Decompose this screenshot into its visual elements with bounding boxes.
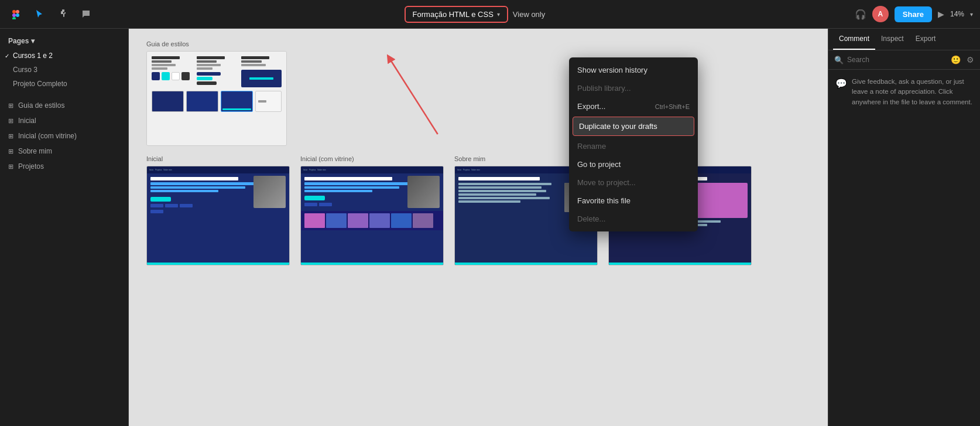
tab-inspect[interactable]: Inspect (875, 29, 910, 50)
page-preview-inicial-vitrine: InícioProjetosSobre mim (300, 166, 444, 265)
chevron-down-icon[interactable]: ▾ (970, 11, 973, 18)
grid-icon: ⊞ (8, 102, 13, 110)
comment-text: Give feedback, ask a question, or just l… (852, 77, 973, 107)
svg-point-0 (12, 10, 16, 13)
share-button[interactable]: Share (895, 6, 932, 22)
sidebar-item-label: Cursos 1 e 2 (13, 52, 53, 60)
grid-icon: ⊞ (8, 132, 13, 140)
figma-menu-icon[interactable] (7, 5, 25, 23)
view-only-label: View only (513, 10, 545, 19)
search-icon: 🔍 (834, 56, 844, 64)
menu-item-delete: Delete... (569, 210, 698, 228)
svg-point-2 (12, 13, 16, 17)
sidebar-item-curso3[interactable]: Curso 3 (0, 63, 128, 77)
sidebar-item-projeto-completo[interactable]: Projeto Completo (0, 77, 128, 91)
svg-point-4 (12, 17, 16, 19)
sidebar-item-cursos1e2[interactable]: ✓ Cursos 1 e 2 (0, 49, 128, 63)
topbar-right: 🎧 A Share ▶ 14% ▾ (855, 6, 973, 22)
check-icon: ✓ (5, 53, 9, 59)
right-sidebar: Comment Inspect Export 🔍 🙂 ⚙ 💬 Give feed… (828, 29, 980, 426)
sidebar-item-label: Projetos (18, 162, 44, 171)
sidebar-item-inicial-vitrine[interactable]: ⊞ Inicial (com vitrine) (0, 128, 128, 144)
main-layout: Pages ▾ ✓ Cursos 1 e 2 Curso 3 Projeto C… (0, 29, 980, 426)
menu-item-label: Duplicate to your drafts (579, 122, 657, 131)
headphones-icon[interactable]: 🎧 (855, 9, 866, 20)
menu-item-label: Go to project (577, 160, 621, 169)
canvas-pages-row: Inicial InícioProjetosSobre mim (146, 155, 810, 265)
move-tool-icon[interactable] (30, 5, 48, 23)
menu-item-label: Rename (577, 142, 606, 151)
adjust-icon[interactable]: ⚙ (967, 55, 974, 64)
canvas-content: Guia de estilos (129, 29, 828, 426)
file-title-label: Formação HTML e CSS (413, 10, 494, 19)
canvas-area[interactable]: Guia de estilos (129, 29, 828, 426)
menu-item-shortcut: Ctrl+Shift+E (655, 103, 690, 110)
tab-comment[interactable]: Comment (833, 29, 875, 50)
page-block-inicial-vitrine: Inicial (com vitrine) InícioProjetosSobr… (300, 155, 444, 265)
file-title-button[interactable]: Formação HTML e CSS ▾ (405, 6, 508, 23)
topbar-center: Formação HTML e CSS ▾ View only (405, 6, 546, 23)
svg-point-3 (16, 13, 19, 17)
sidebar-item-projetos[interactable]: ⊞ Projetos (0, 159, 128, 174)
comment-bubble-icon: 💬 (835, 78, 847, 107)
pages-header[interactable]: Pages ▾ (0, 33, 128, 49)
menu-item-label: Favorite this file (577, 196, 631, 205)
dropdown-menu: Show version history Publish library... … (569, 57, 698, 231)
page-block-inicial: Inicial InícioProjetosSobre mim (146, 155, 290, 265)
right-search: 🔍 🙂 ⚙ (828, 50, 980, 70)
sidebar-item-label: Guia de estilos (18, 101, 64, 110)
left-sidebar: Pages ▾ ✓ Cursos 1 e 2 Curso 3 Projeto C… (0, 29, 129, 426)
sidebar-item-sobre-mim[interactable]: ⊞ Sobre mim (0, 144, 128, 159)
svg-point-1 (16, 10, 19, 13)
pages-chevron-icon: ▾ (31, 37, 35, 45)
sidebar-item-label: Projeto Completo (13, 80, 67, 88)
menu-item-duplicate-to-drafts[interactable]: Duplicate to your drafts (573, 117, 694, 136)
sidebar-item-inicial[interactable]: ⊞ Inicial (0, 113, 128, 128)
menu-item-favorite-this-file[interactable]: Favorite this file (569, 192, 698, 210)
menu-item-show-version-history[interactable]: Show version history (569, 61, 698, 79)
play-icon[interactable]: ▶ (938, 9, 944, 19)
sidebar-item-label: Inicial (18, 117, 36, 125)
menu-item-publish-library: Publish library... (569, 79, 698, 97)
menu-item-label: Export... (577, 102, 605, 111)
guia-card (146, 51, 287, 146)
zoom-label: 14% (950, 10, 964, 18)
menu-item-label: Show version history (577, 66, 647, 74)
topbar: Formação HTML e CSS ▾ View only 🎧 A Shar… (0, 0, 980, 29)
page-preview-inicial: InícioProjetosSobre mim (146, 166, 290, 265)
menu-item-move-to-project: Move to project... (569, 173, 698, 192)
sidebar-item-label: Curso 3 (13, 66, 37, 74)
menu-item-label: Delete... (577, 214, 605, 223)
menu-item-rename: Rename (569, 137, 698, 155)
menu-item-go-to-project[interactable]: Go to project (569, 155, 698, 173)
right-sidebar-tabs: Comment Inspect Export (828, 29, 980, 50)
grid-icon: ⊞ (8, 117, 13, 125)
search-input[interactable] (847, 56, 947, 64)
hand-tool-icon[interactable] (54, 5, 71, 23)
file-title-chevron-icon: ▾ (497, 11, 500, 18)
emoji-icon[interactable]: 🙂 (951, 55, 961, 64)
menu-item-export[interactable]: Export... Ctrl+Shift+E (569, 97, 698, 115)
guia-section: Guia de estilos (146, 40, 810, 146)
grid-icon: ⊞ (8, 148, 13, 155)
sidebar-item-guia[interactable]: ⊞ Guia de estilos (0, 98, 128, 113)
guia-label: Guia de estilos (146, 40, 810, 47)
inicial-label: Inicial (146, 155, 290, 162)
avatar: A (872, 6, 889, 22)
menu-item-label: Publish library... (577, 84, 631, 93)
tab-export[interactable]: Export (910, 29, 942, 50)
grid-icon: ⊞ (8, 163, 13, 171)
inicial-vitrine-label: Inicial (com vitrine) (300, 155, 444, 162)
pages-label: Pages (8, 37, 29, 45)
comment-area: 💬 Give feedback, ask a question, or just… (828, 70, 980, 114)
menu-item-label: Move to project... (577, 178, 636, 187)
comment-tool-icon[interactable] (77, 5, 95, 23)
sidebar-item-label: Inicial (com vitrine) (18, 132, 77, 140)
topbar-left (7, 5, 95, 23)
sidebar-item-label: Sobre mim (18, 147, 52, 155)
